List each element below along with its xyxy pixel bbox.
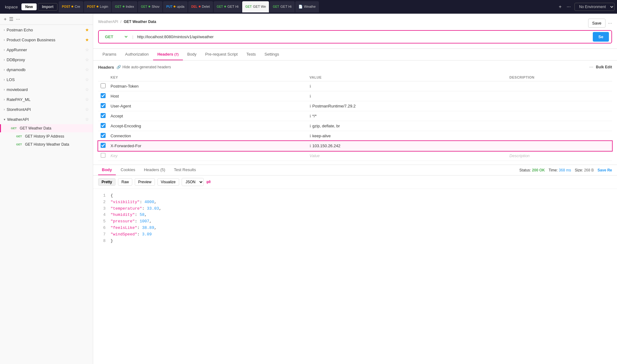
sidebar-item-get-history-weather[interactable]: GET GET History Weather Data [0,140,93,148]
breadcrumb-collection: WeatherAPI [98,20,118,24]
preview-button[interactable]: Preview [135,178,155,186]
bulk-edit-button[interactable]: Bulk Edit [596,65,612,69]
star-icon[interactable]: ☆ [85,107,89,112]
req-tab-headers[interactable]: Headers (7) [153,49,183,60]
save-button[interactable]: Save [588,19,606,28]
collection-label: AppRunner [7,48,83,52]
chevron-icon: ▾ [4,118,5,121]
req-tab-body[interactable]: Body [183,49,201,60]
row-checkbox[interactable] [101,133,106,138]
req-tab-tests[interactable]: Tests [242,49,260,60]
empty-checkbox [101,153,106,158]
row-checkbox[interactable] [101,123,106,128]
url-input[interactable] [137,34,590,39]
tab-method: GET [217,5,223,8]
sidebar-item-apprunner[interactable]: › AppRunner ☆ [0,45,93,55]
line-content: } [111,238,612,244]
star-icon[interactable]: ★ [85,27,89,32]
empty-description[interactable]: Description [507,151,607,161]
visualize-button[interactable]: Visualize [157,178,179,186]
sidebar-item-movieboard[interactable]: › movieboard ☆ [0,84,93,94]
tab-label: Index [126,5,134,8]
star-icon[interactable]: ☆ [85,77,89,82]
line-number: 3 [98,206,106,212]
tab-get-getwe[interactable]: GETGET We [242,1,269,12]
item-label: GET Weather Data [20,126,52,130]
tab-method: DEL [191,5,197,8]
sidebar-item-storefrontapi[interactable]: › StorefrontAPI ☆ [0,104,93,114]
row-actions [607,101,612,111]
star-icon[interactable]: ☆ [85,87,89,92]
new-button[interactable]: New [21,3,37,10]
tab-dot [97,6,98,7]
tab-del-delet[interactable]: DELDelet [188,1,213,12]
add-collection-button[interactable]: + [4,16,7,22]
import-button[interactable]: Import [38,3,57,11]
header-key-cell: Host [108,91,307,101]
tab-method: GET [115,5,121,8]
star-icon[interactable]: ☆ [85,97,89,102]
tab-post-cre[interactable]: POSTCre [59,1,83,12]
star-icon[interactable]: ☆ [85,117,89,122]
empty-key[interactable]: Key [108,151,307,161]
tab-post-login[interactable]: POSTLogin [84,1,111,12]
code-line: 1{ [98,193,612,199]
star-icon[interactable]: ☆ [85,67,89,72]
sidebar-item-ddbproxy[interactable]: › DDBproxy ☆ [0,55,93,65]
empty-value[interactable]: Value [307,151,507,161]
req-tab-authorization[interactable]: Authorization [121,49,153,60]
save-response-button[interactable]: Save Re [597,168,612,172]
row-checkbox[interactable] [101,103,106,108]
tab-get-show[interactable]: GETShov [138,1,163,12]
req-tab-pre-request[interactable]: Pre-request Script [201,49,242,60]
req-tab-params[interactable]: Params [98,49,121,60]
header-value-cell: ℹgzip, deflate, br [307,121,507,131]
sidebar-item-get-history-ip[interactable]: GET GET History IP Address [0,132,93,140]
headers-more-button[interactable]: ··· [589,64,593,70]
tab-method: POST [87,5,95,8]
send-button[interactable]: Se [593,32,609,42]
row-checkbox[interactable] [101,113,106,118]
response-status: Status: 200 OK Time: 368 ms Size: 268 B … [519,168,612,172]
req-tab-settings[interactable]: Settings [260,49,284,60]
hide-auto-headers-button[interactable]: 🔗 Hide auto-generated headers [116,65,171,69]
response-tab-cookies[interactable]: Cookies [117,165,139,175]
row-checkbox[interactable] [101,143,106,148]
header-desc-cell [507,141,607,151]
sidebar-item-weatherapi[interactable]: ▾ WeatherAPI ☆ [0,114,93,124]
more-tabs-button[interactable]: ··· [565,3,572,11]
environment-selector[interactable]: No Environment [574,3,615,11]
star-icon[interactable]: ☆ [85,47,89,52]
filter-button[interactable]: ⇌ [206,179,211,185]
header-desc-cell [507,101,607,111]
response-tab-body[interactable]: Body [98,165,116,175]
sidebar-item-get-weather-data[interactable]: GET GET Weather Data [0,124,93,132]
row-checkbox[interactable] [101,83,106,88]
response-tab-test-results[interactable]: Test Results [170,165,200,175]
row-checkbox[interactable] [101,93,106,98]
more-options-button[interactable]: ··· [16,16,20,22]
tab-get-gethi2[interactable]: GETGET Hi [270,1,294,12]
tab-weathe[interactable]: 📄Weathe [295,1,319,12]
sidebar-item-dynamodb[interactable]: › dynamodb ☆ [0,65,93,75]
filter-button[interactable]: ☰ [9,16,13,22]
method-select[interactable]: GET POST PUT DELETE [101,33,129,41]
json-format-select[interactable]: JSON XML HTML Text [182,178,204,186]
pretty-button[interactable]: Pretty [98,178,116,186]
tab-get-gethi[interactable]: GETGET Hi [214,1,242,12]
tab-method: GET [141,5,147,8]
sidebar-item-ratepay-ml[interactable]: › RatePAY_ML ☆ [0,94,93,104]
star-icon[interactable]: ★ [85,37,89,42]
tab-put-upda[interactable]: PUTupda [163,1,187,12]
add-tab-button[interactable]: + [557,3,563,11]
response-tab-headers5[interactable]: Headers (5) [140,165,169,175]
star-icon[interactable]: ☆ [85,57,89,62]
raw-button[interactable]: Raw [118,178,132,186]
tab-dot [174,6,175,7]
tab-get-index[interactable]: GETIndex [112,1,137,12]
request-more-button[interactable]: ··· [608,20,612,26]
sidebar-item-product-coupon[interactable]: › Product Coupon Bussiness ★ [0,35,93,45]
sidebar-item-postman-echo[interactable]: › Postman Echo ★ [0,25,93,35]
chevron-icon: › [4,38,5,42]
sidebar-item-los[interactable]: › LOS ☆ [0,75,93,84]
